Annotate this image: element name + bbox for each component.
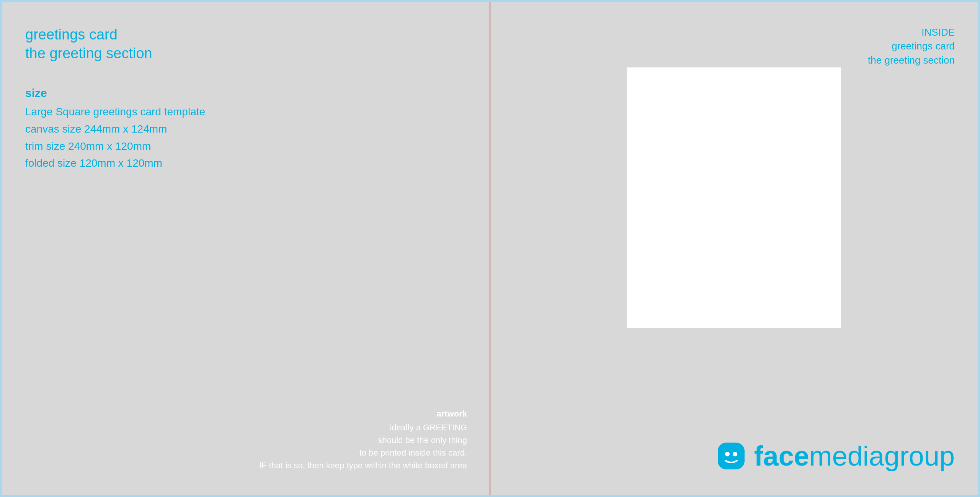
size-line3: trim size 240mm x 120mm (25, 138, 205, 155)
logo-area: facemediagroup (716, 440, 955, 472)
white-card-area (627, 67, 841, 328)
right-panel: INSIDE greetings card the greeting secti… (490, 2, 978, 495)
artwork-line1: ideally a GREETING (259, 421, 467, 434)
inside-word: INSIDE (868, 25, 955, 39)
right-inside-label: INSIDE greetings card the greeting secti… (868, 25, 955, 67)
svg-point-1 (725, 452, 730, 456)
svg-point-2 (733, 452, 737, 456)
artwork-title: artwork (259, 409, 467, 419)
size-block: size Large Square greetings card templat… (25, 87, 205, 172)
facemedia-icon (716, 441, 746, 471)
logo-face: face (754, 441, 809, 471)
left-title-sub: the greeting section (25, 44, 152, 63)
logo-text: facemediagroup (754, 440, 955, 472)
left-title-main: greetings card (25, 25, 152, 44)
size-line2: canvas size 244mm x 124mm (25, 121, 205, 138)
artwork-line4: IF that is so, then keep type within the… (259, 459, 467, 472)
artwork-line2: should be the only thing (259, 434, 467, 446)
size-label: size (25, 87, 205, 100)
artwork-line3: to be printed inside this card. (259, 446, 467, 459)
size-line4: folded size 120mm x 120mm (25, 155, 205, 172)
center-divider (490, 2, 490, 495)
left-panel: greetings card the greeting section size… (2, 2, 490, 495)
size-info: Large Square greetings card template can… (25, 103, 205, 172)
inside-card: greetings card (868, 39, 955, 53)
inside-section: the greeting section (868, 53, 955, 67)
svg-rect-0 (718, 443, 745, 469)
size-line1: Large Square greetings card template (25, 103, 205, 121)
logo-mediagroup: mediagroup (809, 441, 955, 471)
artwork-text: ideally a GREETING should be the only th… (259, 421, 467, 472)
page-container: greetings card the greeting section size… (0, 0, 980, 497)
left-title: greetings card the greeting section (25, 25, 152, 63)
artwork-note: artwork ideally a GREETING should be the… (259, 409, 467, 472)
